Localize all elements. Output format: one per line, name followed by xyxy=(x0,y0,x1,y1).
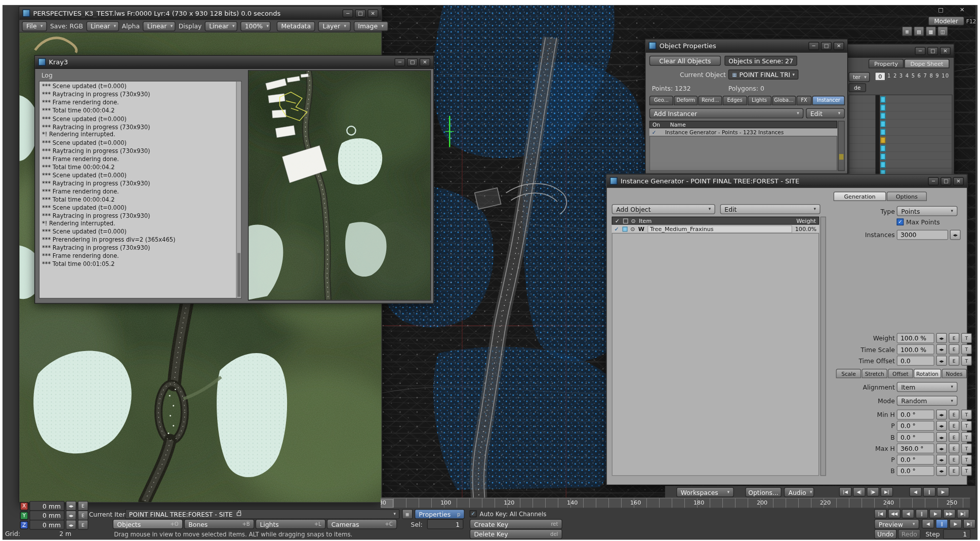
options-button[interactable]: Options... xyxy=(745,487,782,497)
alignment-dropdown[interactable]: Item▾ xyxy=(897,382,958,392)
properties-button[interactable]: Propertiesp xyxy=(415,509,465,519)
alpha-colorspace-dropdown[interactable]: Linear▾ xyxy=(143,21,175,31)
tab-deform[interactable]: Deform xyxy=(674,96,698,105)
check-icon[interactable]: ✓ xyxy=(615,226,619,232)
time-scale-envelope-button[interactable]: E xyxy=(949,344,959,355)
time-scale-texture-button[interactable]: T xyxy=(961,344,972,355)
preview-dropdown[interactable]: Preview▾ xyxy=(874,519,919,529)
check-icon[interactable]: ✓ xyxy=(652,129,657,135)
object-list-body[interactable] xyxy=(612,233,819,476)
weight-mini-slider[interactable]: ◂▸ xyxy=(936,333,947,343)
y-position-field[interactable]: 0 mm xyxy=(29,510,64,520)
op-minimize-button[interactable]: ─ xyxy=(808,42,819,50)
delete-key-button[interactable]: Delete Keydel xyxy=(470,529,562,539)
tab-geometry[interactable]: Geo... xyxy=(649,96,673,105)
metadata-button[interactable]: Metadata xyxy=(277,21,315,31)
tab-rotation[interactable]: Rotation xyxy=(914,369,941,378)
min-b-field[interactable]: 0.0 ° xyxy=(897,432,934,442)
instances-mini-slider[interactable]: ◂▸ xyxy=(950,230,961,240)
ig-close-button[interactable]: ✕ xyxy=(953,177,964,185)
rgb-colorspace-dropdown[interactable]: Linear▾ xyxy=(86,21,118,31)
auto-key-toggle[interactable]: ✓ Auto Key: All Channels xyxy=(470,510,547,517)
pause-button[interactable]: ‖ xyxy=(923,487,935,497)
dope-de-partial[interactable]: de xyxy=(848,83,866,92)
add-instancer-dropdown[interactable]: Add Instancer▾ xyxy=(649,108,803,119)
type-dropdown[interactable]: Points▾ xyxy=(897,206,958,216)
window-close-icon[interactable]: ✕ xyxy=(960,7,964,13)
play-button[interactable]: ▶ xyxy=(937,487,950,497)
object-properties-titlebar[interactable]: Object Properties ─ □ ✕ xyxy=(645,40,847,53)
max-p-texture-button[interactable]: T xyxy=(961,454,972,465)
weight-field[interactable]: 100.0 % xyxy=(897,333,934,343)
dope-close-button[interactable]: ✕ xyxy=(940,47,951,55)
zoom-dropdown[interactable]: 100%▾ xyxy=(240,21,270,31)
tab-fx[interactable]: FX xyxy=(796,96,811,105)
instancer-list-body[interactable] xyxy=(649,136,837,171)
max-h-envelope-button[interactable]: E xyxy=(949,443,959,453)
lights-button[interactable]: Lights+L xyxy=(256,519,326,529)
weight-envelope-button[interactable]: E xyxy=(949,333,959,343)
instance-generator-titlebar[interactable]: Instance Generator - POINT FINAL TREE:FO… xyxy=(607,175,967,188)
bones-button[interactable]: Bones+B xyxy=(184,519,255,529)
min-h-texture-button[interactable]: T xyxy=(961,409,972,419)
keyframe-cell[interactable] xyxy=(880,162,885,168)
tab-instancer[interactable]: Instancer xyxy=(812,96,845,105)
list-scrollbar[interactable] xyxy=(821,217,826,476)
time-offset-mini-slider[interactable]: ◂▸ xyxy=(936,356,947,366)
min-p-envelope-button[interactable]: E xyxy=(949,421,959,431)
kray-minimize-button[interactable]: ─ xyxy=(394,58,405,66)
play-button[interactable]: ▶ xyxy=(929,509,942,519)
op-maximize-button[interactable]: □ xyxy=(821,42,832,50)
dope-frame-field[interactable]: 0 xyxy=(875,72,885,81)
keyframe-cell[interactable] xyxy=(880,104,885,110)
maximize-button[interactable]: □ xyxy=(355,9,365,17)
time-scale-field[interactable]: 100.0 % xyxy=(897,344,934,355)
keyframe-cell[interactable] xyxy=(880,145,885,151)
next-frame-button[interactable]: |▶ xyxy=(867,487,879,497)
image-dropdown[interactable]: Image▾ xyxy=(354,21,388,31)
time-scale-mini-slider[interactable]: ◂▸ xyxy=(936,344,947,355)
play-button[interactable]: ▶ xyxy=(949,519,962,529)
max-points-checkbox[interactable]: ✓ xyxy=(897,218,904,225)
min-b-texture-button[interactable]: T xyxy=(961,432,972,442)
min-h-mini-slider[interactable]: ◂▸ xyxy=(936,409,947,419)
max-b-mini-slider[interactable]: ◂▸ xyxy=(936,466,947,476)
current-object-dropdown[interactable]: ▦ POINT FINAL TREE:... ▾ xyxy=(728,69,799,80)
max-b-field[interactable]: 0.0 ° xyxy=(897,466,934,476)
grid-view-icon[interactable]: ▦ xyxy=(925,26,936,36)
y-envelope-button[interactable]: E xyxy=(77,510,88,520)
max-p-mini-slider[interactable]: ◂▸ xyxy=(936,454,947,465)
keyframe-cell[interactable] xyxy=(880,96,885,102)
tab-global[interactable]: Globa... xyxy=(772,96,796,105)
mode-dropdown[interactable]: Random▾ xyxy=(897,396,958,406)
z-position-field[interactable]: 0 mm xyxy=(29,520,64,530)
rows-view-icon[interactable]: ▤ xyxy=(914,26,924,36)
max-h-field[interactable]: 360.0 ° xyxy=(897,443,934,453)
workspaces-dropdown[interactable]: Workspaces▾ xyxy=(676,487,734,497)
op-edit-dropdown[interactable]: Edit▾ xyxy=(806,108,845,119)
max-h-mini-slider[interactable]: ◂▸ xyxy=(936,443,947,453)
display-colorspace-dropdown[interactable]: Linear▾ xyxy=(205,21,237,31)
add-object-dropdown[interactable]: Add Object▾ xyxy=(612,204,715,214)
panels-view-icon[interactable]: ◫ xyxy=(937,26,948,36)
kray-titlebar[interactable]: Kray3 ─ □ ✕ xyxy=(35,56,433,69)
min-b-mini-slider[interactable]: ◂▸ xyxy=(936,432,947,442)
keyframe-cell[interactable] xyxy=(880,112,885,119)
tab-dope-sheet[interactable]: Dope Sheet xyxy=(904,59,949,68)
kray-maximize-button[interactable]: □ xyxy=(407,58,418,66)
keyframe-cell-selected[interactable] xyxy=(880,137,885,143)
tab-offset[interactable]: Offset xyxy=(888,369,913,378)
dope-filter-dropdown-partial[interactable]: ter▾ xyxy=(848,72,870,82)
kray-log-list[interactable]: *** Scene updated (t=0.000) *** Raytraci… xyxy=(39,81,242,298)
step-field[interactable]: 1 xyxy=(943,529,970,539)
play-reverse-button[interactable]: ◀ xyxy=(922,519,934,529)
go-start-button[interactable]: |◀ xyxy=(839,487,852,497)
instancer-list-row[interactable]: ✓ Instance Generator - Points - 1232 Ins… xyxy=(649,128,837,136)
z-envelope-button[interactable]: E xyxy=(77,520,88,530)
play-reverse-button[interactable]: ◀ xyxy=(902,509,914,519)
go-end-button[interactable]: ▶| xyxy=(963,519,976,529)
log-scrollbar-thumb[interactable] xyxy=(237,253,240,297)
min-p-field[interactable]: 0.0 ° xyxy=(897,421,934,431)
close-button[interactable]: ✕ xyxy=(368,9,378,17)
z-mini-slider[interactable]: ◂▸ xyxy=(66,520,76,530)
